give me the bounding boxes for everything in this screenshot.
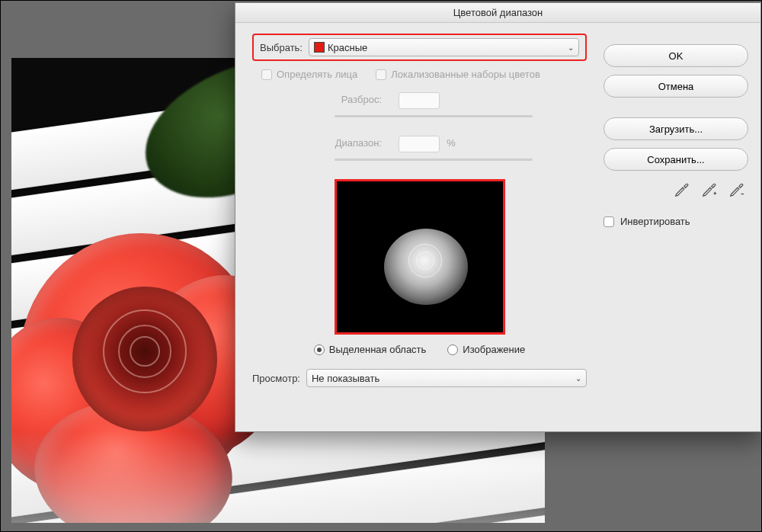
localized-clusters-label: Локализованные наборы цветов [391, 69, 540, 80]
preview-mode-value: Не показывать [312, 373, 379, 384]
detect-faces-label: Определять лица [277, 69, 357, 80]
fuzziness-label: Разброс: [290, 94, 382, 105]
eyedropper-icon[interactable] [674, 181, 690, 200]
chevron-down-icon: ⌄ [575, 374, 581, 383]
range-input [399, 136, 440, 152]
detect-faces-checkbox [261, 69, 272, 80]
range-unit: % [447, 137, 456, 149]
radio-selection-label: Выделенная область [329, 344, 427, 355]
range-block: Диапазон: % [290, 136, 587, 161]
localized-clusters-checkbox [376, 69, 386, 80]
eyedropper-minus-icon[interactable] [728, 181, 745, 200]
select-row: Выбрать: Красные ⌄ [252, 34, 587, 61]
range-label: Диапазон: [290, 137, 382, 149]
ok-button[interactable]: OK [604, 44, 748, 67]
cancel-button[interactable]: Отмена [604, 75, 748, 98]
preview-mode-dropdown[interactable]: Не показывать ⌄ [306, 369, 587, 387]
radio-image[interactable] [447, 345, 458, 355]
select-color-dropdown[interactable]: Красные ⌄ [309, 38, 579, 56]
select-color-value: Красные [328, 42, 367, 53]
save-button[interactable]: Сохранить... [604, 148, 748, 171]
fuzziness-block: Разброс: [290, 92, 587, 117]
eyedropper-plus-icon[interactable] [701, 181, 718, 200]
radio-selection[interactable] [314, 345, 325, 355]
color-swatch-icon [314, 42, 325, 53]
selection-preview[interactable] [337, 181, 503, 332]
color-range-dialog: Цветовой диапазон Выбрать: Красные ⌄ Опр… [235, 2, 761, 432]
fuzziness-input [399, 92, 440, 109]
radio-image-label: Изображение [463, 344, 525, 355]
select-label: Выбрать: [260, 42, 303, 53]
invert-checkbox[interactable] [604, 216, 614, 227]
range-slider [335, 159, 533, 161]
load-button[interactable]: Загрузить... [604, 117, 748, 140]
dialog-title: Цветовой диапазон [235, 3, 760, 23]
fuzziness-slider [335, 115, 533, 117]
preview-highlight [335, 179, 505, 335]
preview-mode-label: Просмотр: [252, 373, 300, 384]
chevron-down-icon: ⌄ [568, 43, 574, 52]
invert-label: Инвертировать [620, 216, 690, 227]
